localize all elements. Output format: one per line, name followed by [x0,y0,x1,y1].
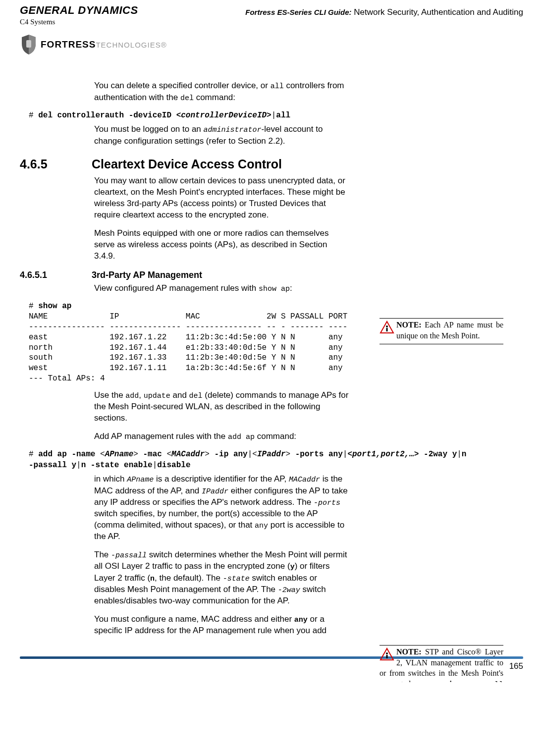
svg-rect-0 [26,40,31,48]
section-heading: 4.6.5Cleartext Device Access Control [20,156,523,173]
paragraph: You can delete a specified controller de… [94,80,350,104]
fortress-logo: FORTRESSTECHNOLOGIES® [20,34,167,55]
paragraph: Mesh Points equipped with one or more ra… [94,228,350,262]
note-icon [380,648,394,664]
gd-logo-text: GENERAL DYNAMICS [20,5,167,16]
paragraph: Use the add, update and del (delete) com… [94,390,350,424]
paragraph: You must configure a name, MAC address a… [94,614,350,637]
svg-point-3 [386,652,388,654]
page-header: GENERAL DYNAMICS C4 Systems FORTRESSTECH… [20,5,523,55]
sidenote: NOTE: STP and Cisco® Layer 2, VLAN manag… [380,645,503,682]
header-title: Fortress ES-Series CLI Guide: Network Se… [167,5,523,18]
paragraph: View configured AP management rules with… [94,283,350,294]
shield-icon [20,34,38,55]
paragraph: The -passall switch determines whether t… [94,549,350,607]
paragraph: You may want to allow certain devices to… [94,175,350,221]
sidenote: NOTE: Each AP name must be unique on the… [380,318,503,348]
cli-command: # del controllerauth -deviceID <controll… [29,110,523,121]
paragraph: You must be logged on to an administrato… [94,124,350,147]
fortress-brand: FORTRESSTECHNOLOGIES® [41,38,167,51]
svg-rect-2 [386,328,388,331]
paragraph: in which APname is a descriptive identif… [94,474,350,542]
logo-block: GENERAL DYNAMICS C4 Systems FORTRESSTECH… [20,5,167,55]
note-icon [380,321,394,337]
c4-text: C4 Systems [20,17,167,27]
paragraph: Add AP management rules with the add ap … [94,431,350,442]
svg-point-1 [386,325,388,327]
svg-rect-4 [386,655,388,658]
subsection-heading: 4.6.5.13rd-Party AP Management [20,269,523,281]
cli-command: # add ap -name <APname> -mac <MACaddr> -… [29,449,523,471]
